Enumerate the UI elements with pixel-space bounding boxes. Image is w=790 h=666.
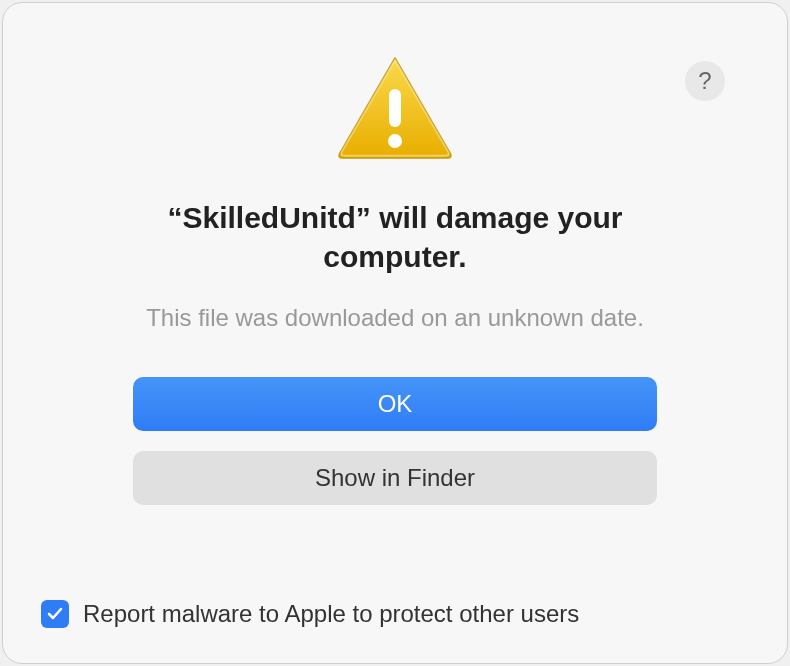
show-in-finder-label: Show in Finder bbox=[315, 464, 475, 492]
svg-point-1 bbox=[388, 134, 402, 148]
show-in-finder-button[interactable]: Show in Finder bbox=[133, 451, 657, 505]
dialog-subtitle: This file was downloaded on an unknown d… bbox=[33, 304, 757, 332]
svg-rect-0 bbox=[389, 89, 401, 127]
dialog-content: ? “SkilledUnitd” will damage your comput… bbox=[33, 33, 757, 633]
ok-button[interactable]: OK bbox=[133, 377, 657, 431]
dialog-title: “SkilledUnitd” will damage your computer… bbox=[33, 198, 757, 276]
warning-triangle-icon bbox=[335, 53, 455, 163]
checkmark-icon bbox=[45, 604, 65, 624]
button-container: OK Show in Finder bbox=[33, 377, 757, 505]
report-checkbox[interactable] bbox=[41, 600, 69, 628]
icon-container bbox=[33, 53, 757, 163]
report-checkbox-label[interactable]: Report malware to Apple to protect other… bbox=[83, 600, 579, 628]
ok-button-label: OK bbox=[378, 390, 413, 418]
help-button[interactable]: ? bbox=[685, 61, 725, 101]
malware-warning-dialog: ? “SkilledUnitd” will damage your comput… bbox=[2, 2, 788, 664]
report-checkbox-row: Report malware to Apple to protect other… bbox=[33, 590, 757, 633]
help-icon: ? bbox=[698, 67, 711, 95]
